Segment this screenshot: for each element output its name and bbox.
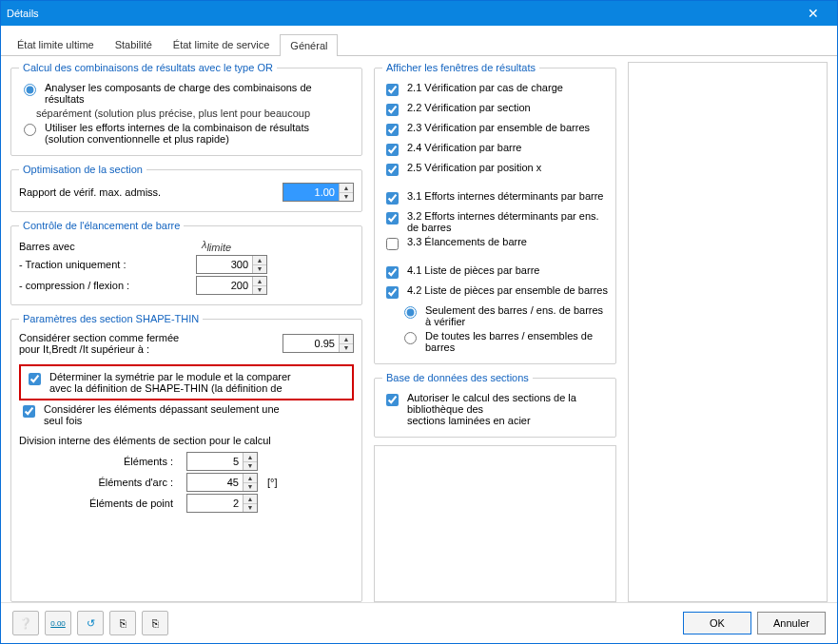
groupbox-section-db: Base de données des sections Autoriser l…: [374, 372, 616, 438]
closed-ratio-input[interactable]: [283, 335, 339, 352]
groupbox-slenderness: Contrôle de l'élancement de barre Barres…: [10, 220, 362, 305]
label-3-2: 3.2 Efforts internes déterminants par en…: [407, 210, 608, 233]
dialog-body: Calcul des combinaisons de résultats ave…: [1, 56, 837, 602]
closed-section-label: Considérer section comme fermée pour It,…: [19, 332, 277, 355]
division-heading: Division interne des éléments de section…: [19, 435, 354, 446]
checkbox-3-3[interactable]: [386, 238, 399, 250]
label-3-1: 3.1 Efforts internes déterminants par ba…: [407, 190, 608, 202]
legend-shapethin: Paramètres des section SHAPE-THIN: [19, 313, 203, 324]
arc-label: Éléments d'arc :: [19, 477, 181, 488]
checkbox-determine-symmetry-label: Déterminer la symétrie par le module et …: [49, 371, 348, 394]
label-3-3: 3.3 Élancements de barre: [407, 236, 608, 247]
tab-sls[interactable]: État limite de service: [163, 33, 280, 55]
window-title: Détails: [7, 8, 795, 19]
titlebar: Détails ✕: [1, 1, 837, 26]
elements-input-wrap: ▲▼: [186, 452, 258, 471]
ok-button[interactable]: OK: [683, 612, 751, 634]
profile-load-icon: ⎘: [120, 617, 127, 629]
elements-label: Éléments :: [19, 456, 181, 467]
point-input-wrap: ▲▼: [186, 494, 258, 513]
arc-unit: [°]: [267, 477, 278, 488]
label-only-members: Seulement des barres / ens. de barres à …: [425, 304, 608, 327]
footer: ❔ 0.00 ↺ ⎘ ⎘ OK Annuler: [1, 602, 837, 643]
point-spin[interactable]: ▲▼: [243, 495, 257, 512]
closed-ratio-spin[interactable]: ▲▼: [339, 335, 353, 352]
checkbox-2-4[interactable]: [386, 144, 399, 156]
help-button[interactable]: ❔: [12, 611, 39, 635]
details-dialog: Détails ✕ État limite ultime Stabilité É…: [0, 0, 838, 644]
radio-all-members[interactable]: [404, 332, 417, 344]
middle-column: Afficher les fenêtres de résultats 2.1 V…: [374, 62, 616, 602]
radio-analyze-separately[interactable]: [24, 84, 36, 96]
compression-input[interactable]: [197, 277, 252, 294]
groupbox-optimization: Optimisation de la section Rapport de vé…: [10, 164, 362, 212]
checkbox-2-2[interactable]: [386, 104, 399, 116]
legend-result-windows: Afficher les fenêtres de résultats: [382, 62, 539, 73]
checkbox-3-2[interactable]: [386, 212, 399, 224]
checkbox-2-1[interactable]: [386, 84, 399, 96]
label-2-5: 2.5 Vérification par position x: [407, 162, 608, 173]
tab-uls[interactable]: État limite ultime: [7, 33, 105, 55]
traction-label: - Traction uniquement :: [19, 259, 190, 270]
checkbox-4-1[interactable]: [386, 266, 399, 279]
preview-panel: [628, 62, 828, 602]
label-2-3: 2.3 Vérification par ensemble de barres: [407, 122, 608, 133]
checkbox-consider-protruding-label: Considérer les éléments dépassant seulem…: [44, 403, 354, 426]
close-icon[interactable]: ✕: [795, 6, 831, 21]
traction-input-wrap: ▲▼: [196, 255, 267, 274]
profile-save-button[interactable]: ⎘: [142, 611, 168, 635]
label-2-1: 2.1 Vérification par cas de charge: [407, 82, 608, 93]
tab-general[interactable]: Général: [280, 34, 338, 56]
legend-optimization: Optimisation de la section: [19, 164, 146, 175]
radio-use-internal-forces[interactable]: [24, 124, 36, 136]
compression-input-wrap: ▲▼: [196, 276, 267, 295]
compression-label: - compression / flexion :: [19, 280, 190, 291]
ratio-spin[interactable]: ▲▼: [339, 184, 353, 201]
analyze-sub: séparément (solution plus précise, plus …: [36, 107, 354, 119]
arc-input-wrap: ▲▼: [186, 473, 258, 492]
arc-input[interactable]: [187, 474, 243, 491]
right-column: [628, 62, 828, 602]
label-2-2: 2.2 Vérification par section: [407, 102, 608, 113]
lambda-label: λlimite: [196, 239, 231, 253]
profile-load-button[interactable]: ⎘: [109, 611, 136, 635]
info-panel: [374, 445, 616, 602]
arc-spin[interactable]: ▲▼: [243, 474, 257, 491]
checkbox-4-2[interactable]: [386, 286, 399, 299]
radio-use-internal-forces-label: Utiliser les efforts internes de la comb…: [45, 122, 354, 145]
legend-calc-or: Calcul des combinaisons de résultats ave…: [19, 62, 277, 73]
precision-button[interactable]: 0.00: [45, 611, 71, 635]
checkbox-3-1[interactable]: [386, 192, 399, 205]
reset-icon: ↺: [87, 617, 95, 630]
groupbox-shapethin: Paramètres des section SHAPE-THIN Consid…: [10, 313, 362, 602]
checkbox-determine-symmetry[interactable]: [29, 373, 41, 385]
elements-input[interactable]: [187, 453, 243, 470]
ratio-label: Rapport de vérif. max. admiss.: [19, 186, 277, 198]
point-label: Éléments de point: [19, 498, 181, 509]
symmetry-highlight: Déterminer la symétrie par le module et …: [19, 364, 354, 400]
traction-spin[interactable]: ▲▼: [252, 256, 266, 273]
groupbox-calc-or: Calcul des combinaisons de résultats ave…: [10, 62, 362, 156]
checkbox-consider-protruding[interactable]: [23, 405, 35, 418]
help-icon: ❔: [19, 617, 32, 630]
traction-input[interactable]: [197, 256, 252, 273]
reset-button[interactable]: ↺: [77, 611, 104, 635]
radio-analyze-separately-label: Analyser les composants de charge des co…: [45, 82, 354, 105]
checkbox-2-5[interactable]: [386, 164, 399, 176]
ratio-input-wrap: ▲▼: [283, 183, 354, 202]
profile-save-icon: ⎘: [152, 617, 159, 629]
label-2-4: 2.4 Vérification par barre: [407, 142, 608, 153]
checkbox-2-3[interactable]: [386, 124, 399, 136]
compression-spin[interactable]: ▲▼: [252, 277, 266, 294]
point-input[interactable]: [187, 495, 243, 512]
cancel-button[interactable]: Annuler: [757, 612, 826, 634]
ratio-input[interactable]: [283, 184, 339, 201]
tab-stability[interactable]: Stabilité: [105, 33, 163, 55]
elements-spin[interactable]: ▲▼: [243, 453, 257, 470]
checkbox-allow-library[interactable]: [386, 394, 399, 406]
label-all-members: De toutes les barres / ensembles de barr…: [425, 330, 608, 353]
groupbox-result-windows: Afficher les fenêtres de résultats 2.1 V…: [374, 62, 616, 364]
members-with-label: Barres avec: [19, 241, 190, 252]
radio-only-members[interactable]: [404, 306, 417, 319]
tabs: État limite ultime Stabilité État limite…: [1, 26, 837, 56]
